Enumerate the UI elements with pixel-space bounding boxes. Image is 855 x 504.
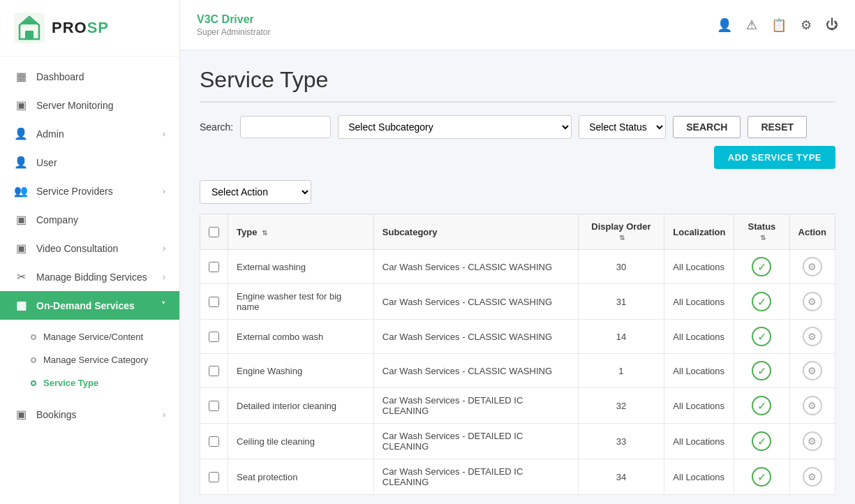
status-active-icon[interactable]: ✓ [752,292,771,311]
sidebar-item-manage-bidding-services[interactable]: ✂ Manage Bidding Services › [0,262,179,291]
row-checkbox[interactable] [209,297,219,307]
header-icons: 👤 ⚠ 📋 ⚙ ⏻ [717,17,838,33]
header-user-name: V3C Driver [197,13,270,26]
row-checkbox-cell [200,320,228,354]
sidebar-item-service-providers[interactable]: 👥 Service Providers › [0,177,179,205]
submenu-item-manage-service-category[interactable]: Manage Service Category [0,348,179,371]
sidebar-item-user[interactable]: 👤 User [0,148,179,177]
col-checkbox [200,214,228,250]
status-active-icon[interactable]: ✓ [752,396,771,415]
table-row: Ceiling tile cleaning Car Wash Services … [200,424,835,459]
action-select[interactable]: Select Action Delete Selected Activate S… [200,180,311,204]
logo-icon [14,13,45,43]
chevron-down-icon: ˅ [161,301,165,311]
status-active-icon[interactable]: ✓ [752,361,771,380]
server-icon: ▣ [14,98,28,112]
search-button[interactable]: SEARCH [673,116,741,138]
col-type[interactable]: Type ⇅ [228,214,374,250]
sidebar-item-dashboard[interactable]: ▦ Dashboard [0,62,179,91]
row-checkbox[interactable] [209,472,219,482]
row-subcategory: Car Wash Services - CLASSIC WASHING [373,250,578,284]
row-status: ✓ [734,388,789,424]
row-localization: All Locations [664,320,734,354]
alert-icon[interactable]: ⚠ [746,17,757,33]
user-account-icon[interactable]: 👤 [717,17,732,33]
action-gear-button[interactable]: ⚙ [803,467,822,487]
row-checkbox[interactable] [209,366,219,376]
status-select[interactable]: Select Status Active Inactive [579,115,666,139]
row-localization: All Locations [664,424,734,459]
row-subcategory: Car Wash Services - CLASSIC WASHING [373,354,578,388]
status-active-icon[interactable]: ✓ [752,257,771,276]
clipboard-icon[interactable]: 📋 [771,17,787,33]
row-subcategory: Car Wash Services - CLASSIC WASHING [373,284,578,320]
sidebar-item-server-monitoring[interactable]: ▣ Server Monitoring [0,91,179,119]
action-gear-button[interactable]: ⚙ [803,361,822,380]
add-service-type-button[interactable]: ADD SERVICE TYPE [714,146,835,169]
submenu-item-service-type[interactable]: Service Type [0,371,179,394]
status-active-icon[interactable]: ✓ [752,327,771,346]
row-type: Detailed interior cleaning [228,388,374,424]
status-active-icon[interactable]: ✓ [752,467,771,487]
main-content: V3C Driver Super Administrator 👤 ⚠ 📋 ⚙ ⏻… [180,0,855,504]
settings-icon[interactable]: ⚙ [801,17,812,33]
sidebar-item-label: On-Demand Services [36,300,135,311]
row-subcategory: Car Wash Services - DETAILED IC CLEANING [373,388,578,424]
row-action: ⚙ [789,388,835,424]
page-body: Service Type Search: Select Subcategory … [180,50,855,504]
row-type: Seat protection [228,459,374,495]
bidding-icon: ✂ [14,270,28,283]
col-display-order[interactable]: Display Order ⇅ [578,214,664,250]
sidebar-item-label: Company [36,214,78,225]
logo-text: PROSP [52,19,109,36]
subcategory-select[interactable]: Select Subcategory Car Wash Services - C… [338,115,572,139]
dashboard-icon: ▦ [14,70,28,83]
chevron-icon: › [163,129,165,139]
row-action: ⚙ [789,284,835,320]
row-localization: All Locations [664,459,734,495]
row-status: ✓ [734,250,789,284]
row-action: ⚙ [789,250,835,284]
row-subcategory: Car Wash Services - DETAILED IC CLEANING [373,424,578,459]
row-display-order: 32 [578,388,664,424]
table-body: External washing Car Wash Services - CLA… [200,250,835,495]
select-all-checkbox[interactable] [209,227,219,237]
power-icon[interactable]: ⏻ [826,17,838,32]
sidebar-item-label: Dashboard [36,71,84,82]
row-localization: All Locations [664,284,734,320]
row-action: ⚙ [789,424,835,459]
sidebar-item-on-demand-services[interactable]: ▦ On-Demand Services ˅ [0,291,179,320]
sidebar-item-video-consultation[interactable]: ▣ Video Consultation › [0,234,179,262]
submenu-item-manage-service-content[interactable]: Manage Service/Content [0,325,179,348]
row-checkbox[interactable] [209,436,219,447]
row-localization: All Locations [664,250,734,284]
row-checkbox-cell [200,459,228,495]
sidebar-item-label: Video Consultation [36,243,118,254]
sidebar-menu: ▦ Dashboard ▣ Server Monitoring 👤 Admin … [0,57,179,325]
action-gear-button[interactable]: ⚙ [803,431,822,451]
search-label: Search: [200,121,233,133]
video-icon: ▣ [14,242,28,255]
sidebar-item-label: User [36,157,57,168]
action-gear-button[interactable]: ⚙ [803,396,822,415]
action-gear-button[interactable]: ⚙ [803,292,822,311]
row-checkbox[interactable] [209,332,219,342]
row-checkbox[interactable] [209,401,219,411]
type-sort-icon: ⇅ [262,229,267,237]
reset-button[interactable]: RESET [748,116,807,138]
search-input[interactable] [240,116,331,138]
row-status: ✓ [734,424,789,459]
status-active-icon[interactable]: ✓ [752,431,771,451]
row-checkbox[interactable] [209,262,219,272]
row-display-order: 30 [578,250,664,284]
row-action: ⚙ [789,320,835,354]
sidebar-item-bookings[interactable]: ▣ Bookings › [0,400,179,429]
sidebar-item-company[interactable]: ▣ Company [0,205,179,234]
row-type: Ceiling tile cleaning [228,424,374,459]
search-bar: Search: Select Subcategory Car Wash Serv… [200,115,835,169]
sidebar-item-admin[interactable]: 👤 Admin › [0,119,179,148]
header-user-role: Super Administrator [197,27,270,37]
col-status[interactable]: Status ⇅ [734,214,789,250]
action-gear-button[interactable]: ⚙ [803,327,822,346]
action-gear-button[interactable]: ⚙ [803,257,822,276]
